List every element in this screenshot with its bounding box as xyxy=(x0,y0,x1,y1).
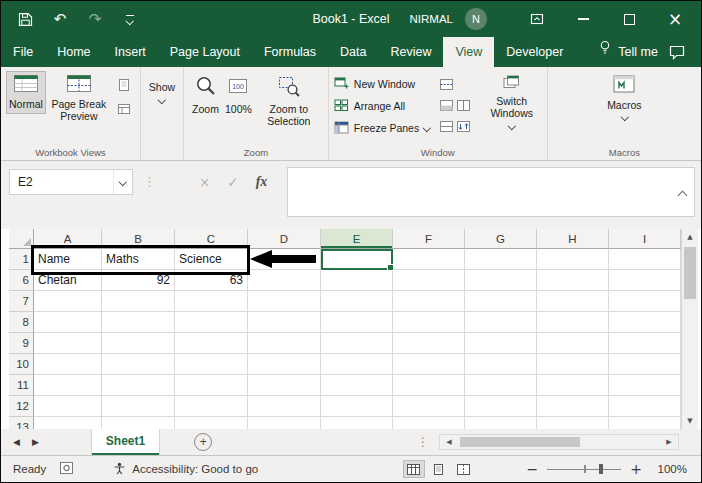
tab-page-layout[interactable]: Page Layout xyxy=(158,37,252,67)
tab-developer[interactable]: Developer xyxy=(494,37,575,67)
normal-view-button[interactable]: Normal xyxy=(6,71,46,114)
sheet-nav-right-icon[interactable]: ▶ xyxy=(32,437,39,447)
cell-H10[interactable] xyxy=(537,354,609,375)
page-break-preview-button[interactable]: Page Break Preview xyxy=(46,71,112,127)
cell-C12[interactable] xyxy=(175,396,248,417)
cell-I11[interactable] xyxy=(609,375,681,396)
user-name[interactable]: NIRMAL xyxy=(410,13,453,25)
cell-I7[interactable] xyxy=(609,291,681,312)
cell-D1[interactable] xyxy=(248,249,321,270)
horizontal-scroll-thumb[interactable] xyxy=(460,437,580,447)
cell-E11[interactable] xyxy=(321,375,393,396)
row-header-12[interactable]: 12 xyxy=(9,396,34,417)
cell-G6[interactable] xyxy=(465,270,537,291)
tab-insert[interactable]: Insert xyxy=(103,37,158,67)
row-header-6[interactable]: 6 xyxy=(9,270,34,291)
cell-A13[interactable] xyxy=(34,417,102,429)
sheet-tab-sheet1[interactable]: Sheet1 xyxy=(91,429,160,455)
split-icon[interactable] xyxy=(440,76,453,94)
cell-F1[interactable] xyxy=(393,249,465,270)
cell-D6[interactable] xyxy=(248,270,321,291)
switch-windows-button[interactable]: Switch Windows xyxy=(482,71,542,132)
cell-H11[interactable] xyxy=(537,375,609,396)
cell-E1[interactable] xyxy=(321,249,393,270)
column-header-D[interactable]: D xyxy=(248,229,321,249)
cell-I1[interactable] xyxy=(609,249,681,270)
page-break-shortcut-icon[interactable] xyxy=(453,460,475,478)
cell-C10[interactable] xyxy=(175,354,248,375)
macro-record-icon[interactable] xyxy=(60,462,73,476)
cell-F11[interactable] xyxy=(393,375,465,396)
view-side-by-side-icon[interactable] xyxy=(457,97,470,115)
cell-I9[interactable] xyxy=(609,333,681,354)
cell-H13[interactable] xyxy=(537,417,609,429)
cell-A9[interactable] xyxy=(34,333,102,354)
cell-H7[interactable] xyxy=(537,291,609,312)
page-layout-shortcut-icon[interactable] xyxy=(428,460,450,478)
cell-E13[interactable] xyxy=(321,417,393,429)
hide-window-icon[interactable] xyxy=(440,97,453,115)
macros-button[interactable]: Macros xyxy=(604,71,644,124)
cell-B7[interactable] xyxy=(102,291,175,312)
cancel-icon[interactable]: × xyxy=(199,174,210,190)
cell-I8[interactable] xyxy=(609,312,681,333)
freeze-panes-button[interactable]: Freeze Panes xyxy=(334,118,430,138)
horizontal-scrollbar[interactable]: ◀ ▶ xyxy=(439,434,679,450)
cell-E9[interactable] xyxy=(321,333,393,354)
cell-G8[interactable] xyxy=(465,312,537,333)
column-header-F[interactable]: F xyxy=(393,229,465,249)
cell-I13[interactable] xyxy=(609,417,681,429)
zoom-in-button[interactable]: + xyxy=(630,462,642,476)
zoom-out-button[interactable]: − xyxy=(527,462,539,476)
cell-F12[interactable] xyxy=(393,396,465,417)
formula-input[interactable] xyxy=(287,167,695,217)
cell-C8[interactable] xyxy=(175,312,248,333)
scroll-down-icon[interactable]: ▼ xyxy=(682,413,698,429)
column-header-B[interactable]: B xyxy=(102,229,175,249)
cell-A6[interactable]: Chetan xyxy=(34,270,102,291)
cell-A7[interactable] xyxy=(34,291,102,312)
column-header-E[interactable]: E xyxy=(321,229,393,249)
tab-formulas[interactable]: Formulas xyxy=(252,37,328,67)
unhide-window-icon[interactable] xyxy=(440,118,453,136)
cell-B12[interactable] xyxy=(102,396,175,417)
cell-E8[interactable] xyxy=(321,312,393,333)
cell-D13[interactable] xyxy=(248,417,321,429)
custom-views-icon[interactable] xyxy=(115,101,133,117)
cell-D9[interactable] xyxy=(248,333,321,354)
cell-G7[interactable] xyxy=(465,291,537,312)
zoom-slider[interactable] xyxy=(547,462,621,476)
comments-icon[interactable] xyxy=(669,37,685,67)
row-header-13[interactable]: 13 xyxy=(9,417,34,429)
cell-D11[interactable] xyxy=(248,375,321,396)
cell-B8[interactable] xyxy=(102,312,175,333)
scroll-left-icon[interactable]: ◀ xyxy=(440,438,458,446)
cell-C9[interactable] xyxy=(175,333,248,354)
maximize-button[interactable] xyxy=(619,9,639,29)
cell-A1[interactable]: Name xyxy=(34,249,102,270)
column-header-A[interactable]: A xyxy=(34,229,102,249)
sheet-nav-left-icon[interactable]: ◀ xyxy=(13,437,20,447)
cell-A12[interactable] xyxy=(34,396,102,417)
column-header-C[interactable]: C xyxy=(175,229,248,249)
cell-G9[interactable] xyxy=(465,333,537,354)
cell-I10[interactable] xyxy=(609,354,681,375)
cell-H1[interactable] xyxy=(537,249,609,270)
synchronous-scrolling-icon[interactable] xyxy=(457,118,470,136)
vertical-scroll-track[interactable] xyxy=(682,245,698,413)
show-button[interactable]: Show xyxy=(146,77,178,106)
cell-C7[interactable] xyxy=(175,291,248,312)
name-box-dropdown-icon[interactable] xyxy=(113,170,132,194)
cell-G11[interactable] xyxy=(465,375,537,396)
collapse-formula-bar-icon[interactable] xyxy=(678,191,688,201)
row-header-10[interactable]: 10 xyxy=(9,354,34,375)
cell-F9[interactable] xyxy=(393,333,465,354)
scroll-up-icon[interactable]: ▲ xyxy=(682,229,698,245)
column-header-G[interactable]: G xyxy=(465,229,537,249)
name-box[interactable]: E2 xyxy=(9,169,133,195)
vertical-scrollbar[interactable]: ▲ ▼ xyxy=(681,229,698,429)
cell-C11[interactable] xyxy=(175,375,248,396)
cell-B6[interactable]: 92 xyxy=(102,270,175,291)
cell-D8[interactable] xyxy=(248,312,321,333)
cell-E10[interactable] xyxy=(321,354,393,375)
